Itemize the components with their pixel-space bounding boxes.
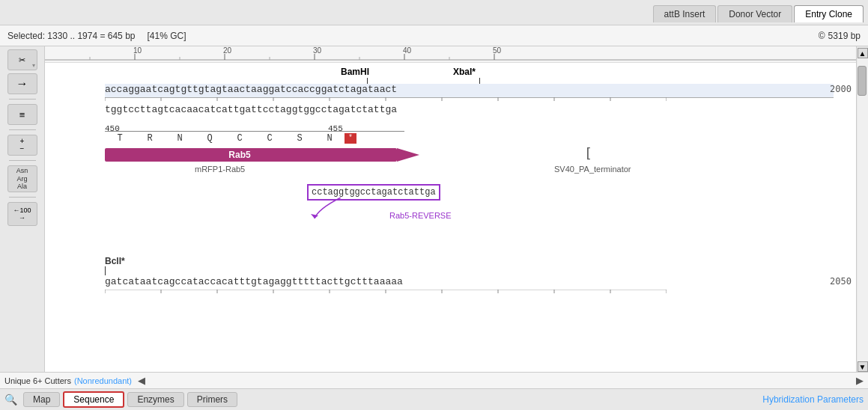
amino-position-455: 455 — [328, 124, 343, 133]
bottom-area: Unique 6+ Cutters (Nonredundant) ◀ ▶ 🔍 M… — [0, 372, 868, 410]
seq-line-1: accaggaatcagtgttgtagtaactaaggatccaccggat… — [105, 84, 397, 95]
amino-S: S — [285, 133, 315, 144]
cutters-label: Unique 6+ Cutters — [4, 376, 71, 385]
cutters-scroll-left[interactable]: ◀ — [138, 375, 145, 386]
cutters-link[interactable]: (Nonredundant) — [74, 376, 132, 385]
ruler-value: ←100 — [13, 206, 31, 214]
minus-icon: − — [20, 145, 25, 153]
seq-content-area: BamHI XbaI* accaggaatcagtgttgtagtaactaag… — [45, 63, 856, 372]
scroll-track[interactable] — [858, 58, 868, 361]
primer-arrow-svg — [311, 198, 356, 220]
amino-position-450: 450 — [105, 124, 120, 133]
seq-number-2050: 2050 — [830, 276, 852, 287]
amino-N2: N — [315, 133, 345, 144]
zoom-button[interactable]: + − — [7, 135, 37, 156]
info-bar: Selected: 1330 .. 1974 = 645 bp [41% GC]… — [0, 25, 868, 46]
amino-R: R — [135, 133, 165, 144]
rab5-gene-arrow: Rab5 — [105, 147, 419, 163]
mrfp1-rab5-label: mRFP1-Rab5 — [195, 165, 245, 174]
seq-line-2: tggtccttagtcacaacatcattgattcctaggtggccta… — [105, 104, 397, 115]
primer-label: Rab5-REVERSE — [389, 211, 452, 220]
cutters-bar: Unique 6+ Cutters (Nonredundant) ◀ ▶ — [0, 373, 868, 389]
right-scrollbar[interactable]: ▲ ▼ — [856, 46, 868, 372]
toolbar-separator-1 — [9, 99, 36, 100]
svg-text:40: 40 — [403, 46, 412, 55]
stop-codon-marker: * — [345, 133, 356, 144]
scroll-thumb[interactable] — [858, 66, 867, 96]
arrow-button[interactable]: → — [7, 73, 37, 94]
bcli-tick — [105, 266, 106, 275]
seq-number-2000: 2000 — [830, 84, 852, 94]
ruler-svg: 10 20 30 40 50 — [45, 46, 856, 63]
xbai-label: XbaI* — [453, 67, 476, 77]
amino-T: T — [105, 133, 135, 144]
sequence-view: 10 20 30 40 50 — [45, 46, 856, 372]
svg-marker-30 — [397, 148, 419, 162]
selection-info: Selected: 1330 .. 1974 = 645 bp — [7, 31, 135, 41]
seq-ticks-1 — [105, 97, 667, 102]
scissors-button[interactable]: ✂ ▾ — [7, 49, 37, 70]
amino-C2: C — [255, 133, 285, 144]
svg-rect-29 — [105, 148, 397, 162]
bamhi-tick — [367, 78, 368, 84]
bcli-label: BclI* — [105, 256, 125, 266]
sv40-bracket: [ — [584, 147, 592, 160]
amino-label: AsnArgAla — [16, 167, 28, 191]
amino-acid-row: T R N Q C C S N * — [105, 133, 356, 144]
scroll-down-button[interactable]: ▼ — [858, 361, 868, 372]
amino-Q: Q — [195, 133, 225, 144]
ruler-area: 10 20 30 40 50 — [45, 46, 856, 63]
tab-sequence[interactable]: Sequence — [63, 391, 124, 408]
hyb-params-link[interactable]: Hybridization Parameters — [762, 394, 864, 405]
svg-text:Rab5: Rab5 — [228, 150, 251, 160]
toolbar-separator-4 — [9, 197, 36, 198]
left-toolbar: ✂ ▾ → ≡ + − AsnArgAla ←100 → — [0, 46, 45, 372]
search-button[interactable]: 🔍 — [4, 394, 17, 406]
tab-bar: attB Insert Donor Vector Entry Clone — [0, 0, 868, 25]
lines-button[interactable]: ≡ — [7, 104, 37, 125]
ruler-button[interactable]: ←100 → — [7, 202, 37, 226]
dropdown-indicator: ▾ — [32, 62, 35, 69]
sv40-label: SV40_PA_terminator — [554, 165, 631, 174]
tab-primers[interactable]: Primers — [187, 392, 237, 407]
content-area: ✂ ▾ → ≡ + − AsnArgAla ←100 → — [0, 46, 868, 372]
tab-map[interactable]: Map — [23, 392, 60, 407]
arrow-icon: → — [16, 77, 28, 91]
scroll-up-button[interactable]: ▲ — [858, 48, 868, 58]
seq-line-lower: gatcataatcagccataccacatttgtagaggtttttact… — [105, 276, 403, 287]
toolbar-separator-2 — [9, 129, 36, 130]
svg-text:10: 10 — [133, 46, 142, 55]
tab-entry-clone[interactable]: Entry Clone — [794, 5, 864, 22]
tab-donor-vector[interactable]: Donor Vector — [717, 5, 792, 22]
bamhi-label: BamHI — [341, 67, 369, 77]
ruler-arrow: → — [19, 214, 25, 221]
lines-icon: ≡ — [19, 109, 25, 120]
amino-N: N — [165, 133, 195, 144]
toolbar-separator-3 — [9, 160, 36, 161]
bp-info: 5319 bp — [828, 31, 861, 41]
svg-text:30: 30 — [313, 46, 322, 55]
cutters-scroll-right[interactable]: ▶ — [856, 375, 864, 386]
scissors-icon: ✂ — [19, 55, 25, 65]
xbai-tick — [479, 78, 480, 84]
bottom-tabs-bar: 🔍 Map Sequence Enzymes Primers Hybridiza… — [0, 389, 868, 410]
amino-button[interactable]: AsnArgAla — [7, 165, 37, 192]
seq-ticks-lower — [105, 290, 667, 294]
gc-info: [41% GC] — [147, 31, 186, 41]
svg-text:50: 50 — [493, 46, 502, 55]
main-container: attB Insert Donor Vector Entry Clone Sel… — [0, 0, 868, 410]
tab-enzymes[interactable]: Enzymes — [127, 392, 183, 407]
copyright-icon: © — [819, 31, 825, 41]
amino-ruler-line — [105, 131, 404, 132]
tab-attb-insert[interactable]: attB Insert — [653, 5, 717, 22]
svg-text:20: 20 — [223, 46, 232, 55]
amino-C1: C — [225, 133, 255, 144]
